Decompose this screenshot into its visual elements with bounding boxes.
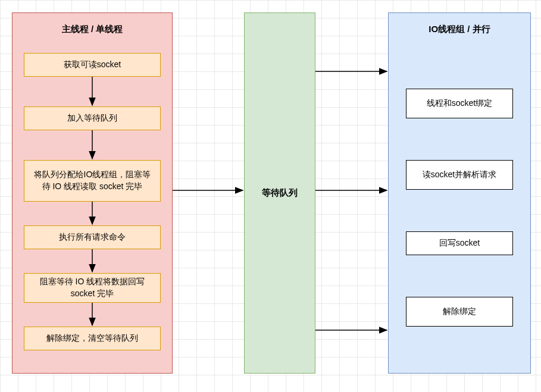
- io-step-writeback: 回写socket: [406, 231, 513, 255]
- panel-io-thread-title: IO线程组 / 并行: [389, 24, 530, 35]
- step-unbind-clear: 解除绑定，清空等待队列: [24, 327, 161, 350]
- step-enqueue: 加入等待队列: [24, 106, 161, 130]
- step-get-socket: 获取可读socket: [24, 53, 161, 77]
- step-wait-writeback: 阻塞等待 IO 线程将数据回写 socket 完毕: [24, 273, 161, 303]
- panel-main-thread-title: 主线程 / 单线程: [12, 24, 172, 35]
- step-execute: 执行所有请求命令: [24, 225, 161, 249]
- step-assign-io: 将队列分配给IO线程组，阻塞等待 IO 线程读取 socket 完毕: [24, 160, 161, 202]
- io-step-bind: 线程和socket绑定: [406, 89, 513, 118]
- io-step-read-parse: 读socket并解析请求: [406, 160, 513, 190]
- panel-queue: 等待队列: [244, 12, 315, 374]
- io-step-unbind: 解除绑定: [406, 297, 513, 327]
- queue-label: 等待队列: [262, 187, 298, 199]
